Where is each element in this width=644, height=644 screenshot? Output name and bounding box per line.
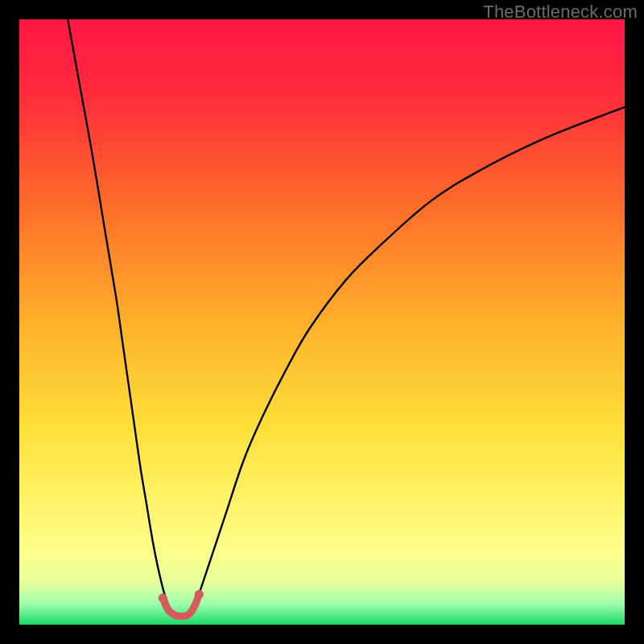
watermark-text: TheBottleneck.com <box>483 2 638 23</box>
series-marker-cluster-endpoint <box>159 593 167 602</box>
chart-background <box>19 19 625 625</box>
chart-frame <box>19 19 625 625</box>
series-marker-cluster-endpoint <box>195 590 204 599</box>
chart-plot <box>19 19 625 625</box>
